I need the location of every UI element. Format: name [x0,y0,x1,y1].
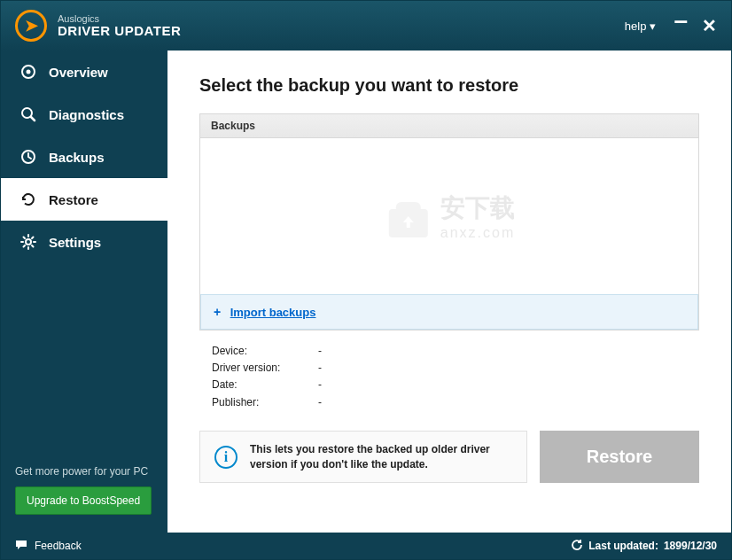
sidebar-item-restore[interactable]: Restore [1,178,167,221]
detail-device: Device: - [212,343,699,360]
clock-icon [20,149,36,165]
promo-section: Get more power for your PC Upgrade to Bo… [1,465,167,533]
sidebar: Overview Diagnostics Backups Restore [1,51,167,533]
import-row: + Import backups [200,294,698,330]
titlebar: ➤ Auslogics DRIVER UPDATER help ▾ – ✕ [1,1,731,51]
plus-icon: + [214,305,221,319]
last-updated: Last updated: 1899/12/30 [571,539,717,554]
close-button[interactable]: ✕ [702,15,717,36]
undo-icon [20,191,36,207]
sidebar-item-label: Settings [49,235,101,250]
backup-details: Device: - Driver version: - Date: - Publ… [199,343,699,411]
statusbar: Feedback Last updated: 1899/12/30 [1,533,731,559]
page-title: Select the backup you want to restore [199,75,699,96]
restore-button[interactable]: Restore [540,431,699,484]
window-controls: – ✕ [674,12,717,40]
help-menu[interactable]: help ▾ [625,19,657,33]
speech-bubble-icon [15,539,27,554]
brand-product: DRIVER UPDATER [58,24,181,39]
info-text: This lets you restore the backed up olde… [250,442,512,472]
main-content: Select the backup you want to restore Ba… [167,51,731,533]
svg-line-3 [31,117,35,121]
sidebar-item-diagnostics[interactable]: Diagnostics [1,93,167,136]
body: Overview Diagnostics Backups Restore [1,51,731,533]
promo-text: Get more power for your PC [15,465,153,478]
sidebar-item-overview[interactable]: Overview [1,51,167,93]
upgrade-button[interactable]: Upgrade to BoostSpeed [15,486,152,515]
chevron-down-icon: ▾ [650,19,656,33]
bag-icon [384,191,433,241]
app-window: ➤ Auslogics DRIVER UPDATER help ▾ – ✕ Ov… [0,0,732,560]
svg-point-5 [26,239,31,245]
gear-icon [20,234,36,250]
backups-list[interactable]: 安下载 anxz.com [200,138,698,294]
refresh-icon [571,539,583,554]
backups-panel: Backups 安下载 anxz.com + [199,113,699,331]
detail-publisher: Publisher: - [212,394,699,411]
sidebar-item-label: Diagnostics [49,107,124,122]
svg-point-1 [27,70,31,74]
sidebar-item-label: Backups [49,150,105,165]
backups-header: Backups [200,114,698,138]
brand-company: Auslogics [58,13,181,24]
info-icon: i [214,446,238,469]
app-logo-icon: ➤ [15,10,47,42]
sidebar-item-settings[interactable]: Settings [1,221,167,263]
minimize-button[interactable]: – [674,6,688,35]
action-row: i This lets you restore the backed up ol… [199,431,699,484]
sidebar-item-backups[interactable]: Backups [1,136,167,178]
magnify-icon [20,106,36,122]
info-box: i This lets you restore the backed up ol… [199,431,527,484]
sidebar-item-label: Restore [49,192,98,207]
feedback-link[interactable]: Feedback [15,539,82,554]
detail-date: Date: - [212,377,699,393]
import-backups-link[interactable]: Import backups [230,306,316,319]
target-icon [20,64,36,80]
brand-text: Auslogics DRIVER UPDATER [58,13,181,39]
sidebar-item-label: Overview [49,65,108,80]
watermark: 安下载 anxz.com [384,191,515,241]
detail-driver-version: Driver version: - [212,360,699,377]
